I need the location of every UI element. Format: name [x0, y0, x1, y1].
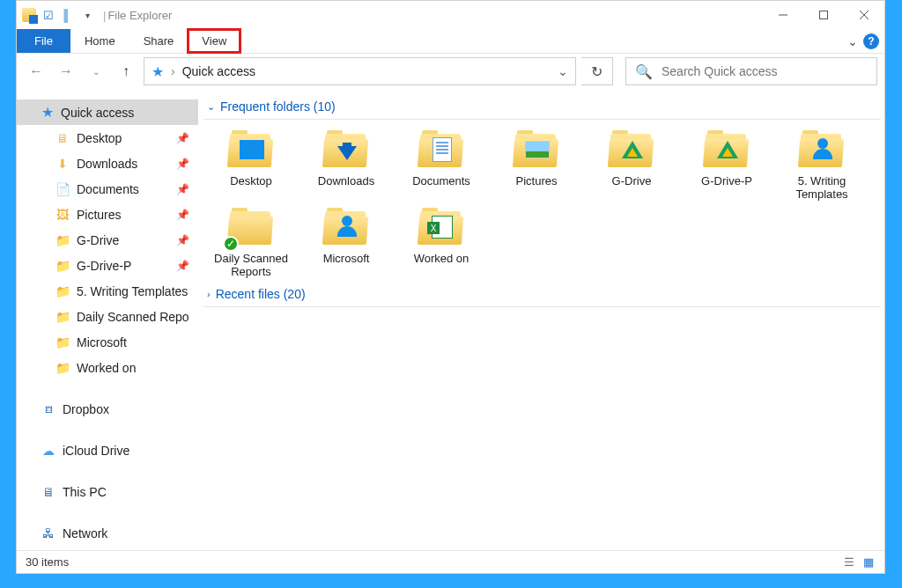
details-view-button[interactable]: ☰ — [842, 555, 856, 570]
folder-label: Downloads — [318, 174, 374, 187]
section-label: Recent files (20) — [216, 287, 306, 301]
sidebar-item-quick-access[interactable]: ★ Quick access — [17, 99, 198, 125]
folder-5-writing-templates[interactable]: 5. Writing Templates — [785, 130, 859, 201]
folder-label: G-Drive — [612, 174, 652, 187]
chevron-right-icon: › — [207, 289, 211, 299]
sidebar-item-dropbox[interactable]: ⧈ Dropbox — [17, 396, 198, 422]
sidebar-item-microsoft[interactable]: 📁 Microsoft — [17, 329, 198, 355]
sidebar-item-daily-scanned-repo[interactable]: 📁 Daily Scanned Repo — [17, 304, 198, 329]
check-badge-icon: ✓ — [223, 236, 239, 252]
sidebar-item-label: Worked on — [77, 361, 136, 375]
sidebar-item-label: Downloads — [77, 157, 137, 171]
sidebar-item-label: Documents — [77, 182, 139, 196]
qat-dropdown-icon[interactable]: ▾ — [80, 8, 94, 22]
sidebar-item-icloud[interactable]: ☁ iCloud Drive — [17, 437, 198, 463]
sidebar-item-label: Network — [63, 526, 107, 540]
sidebar-item-5-writing-templates[interactable]: 📁 5. Writing Templates — [17, 278, 198, 304]
folder-label: Documents — [412, 174, 470, 187]
sidebar-item-label: Microsoft — [77, 335, 127, 349]
folder-icon — [417, 208, 466, 248]
folder-icon: 📁 — [55, 361, 70, 375]
sidebar-item-g-drive[interactable]: 📁 G-Drive 📌 — [17, 227, 198, 253]
tab-share[interactable]: Share — [129, 29, 189, 53]
sidebar-item-label: This PC — [63, 485, 107, 499]
search-box[interactable]: 🔍 — [625, 57, 877, 85]
navigation-pane: ★ Quick access 🖥 Desktop 📌 ⬇ Downloads 📌… — [17, 89, 198, 550]
navbar: ← → ⌄ ↑ ★ › Quick access ⌄ ↻ 🔍 — [17, 54, 884, 89]
sidebar-item-network[interactable]: 🖧 Network — [17, 520, 198, 546]
folder-downloads[interactable]: Downloads — [309, 130, 383, 201]
minimize-button[interactable] — [763, 1, 803, 29]
content-pane: ⌄ Frequent folders (10) Desktop Download… — [198, 89, 884, 550]
folder-label: Pictures — [516, 174, 558, 187]
sidebar-item-label: Pictures — [77, 208, 122, 222]
tab-home[interactable]: Home — [70, 29, 129, 53]
folder-label: Daily Scanned Reports — [214, 252, 288, 278]
folder-label: G-Drive-P — [701, 174, 752, 187]
pin-icon: 📌 — [176, 183, 189, 195]
sidebar-item-desktop[interactable]: 🖥 Desktop 📌 — [17, 125, 198, 151]
up-button[interactable]: ↑ — [114, 59, 138, 84]
address-location: Quick access — [182, 64, 255, 78]
qat-newfolder-icon[interactable]: ▌ — [61, 8, 75, 22]
folder-icon: ✓ — [226, 208, 276, 248]
folder-pictures[interactable]: Pictures — [499, 130, 573, 201]
ribbon-collapse-icon[interactable]: ⌄ — [847, 34, 858, 48]
dropbox-icon: ⧈ — [41, 402, 55, 416]
recent-locations-button[interactable]: ⌄ — [84, 59, 108, 84]
tab-file[interactable]: File — [17, 29, 70, 53]
folder-icon — [322, 208, 371, 248]
search-icon: 🔍 — [635, 63, 653, 80]
refresh-button[interactable]: ↻ — [581, 57, 613, 85]
sidebar-item-worked-on[interactable]: 📁 Worked on — [17, 355, 198, 380]
folder-documents[interactable]: Documents — [404, 130, 478, 201]
address-dropdown-icon[interactable]: ⌄ — [558, 64, 568, 78]
help-icon[interactable]: ? — [863, 33, 879, 49]
sidebar-item-g-drive-p[interactable]: 📁 G-Drive-P 📌 — [17, 253, 198, 278]
status-bar: 30 items ☰ ▦ — [17, 550, 884, 573]
sidebar-item-this-pc[interactable]: 🖥 This PC — [17, 479, 198, 504]
back-button[interactable]: ← — [24, 59, 48, 84]
folder-desktop[interactable]: Desktop — [214, 130, 288, 201]
sidebar-item-downloads[interactable]: ⬇ Downloads 📌 — [17, 151, 198, 176]
sidebar-item-pictures[interactable]: 🖼 Pictures 📌 — [17, 202, 198, 227]
forward-button[interactable]: → — [54, 59, 78, 84]
address-bar[interactable]: ★ › Quick access ⌄ — [144, 57, 576, 85]
section-label: Frequent folders (10) — [220, 99, 336, 114]
folder-g-drive[interactable]: G-Drive — [595, 130, 669, 201]
folder-g-drive-p[interactable]: G-Drive-P — [690, 130, 764, 201]
maximize-button[interactable] — [803, 1, 844, 29]
qat-properties-icon[interactable]: ☑ — [41, 8, 55, 22]
folder-worked-on[interactable]: Worked on — [404, 208, 478, 278]
app-icon — [22, 8, 36, 22]
section-frequent-folders[interactable]: ⌄ Frequent folders (10) — [203, 96, 884, 117]
downloads-icon: ⬇ — [55, 157, 70, 171]
divider — [203, 306, 881, 307]
titlebar: ☑ ▌ ▾ | File Explorer — [17, 1, 884, 29]
pin-icon: 📌 — [176, 234, 189, 246]
folder-icon: 📁 — [55, 233, 70, 247]
tab-view[interactable]: View — [188, 29, 240, 53]
chevron-down-icon: ⌄ — [207, 101, 215, 113]
folder-microsoft[interactable]: Microsoft — [309, 208, 383, 278]
section-recent-files[interactable]: › Recent files (20) — [203, 283, 884, 305]
folder-label: Worked on — [414, 252, 469, 265]
folder-daily-scanned-reports[interactable]: ✓ Daily Scanned Reports — [214, 208, 288, 278]
folder-icon — [797, 130, 847, 171]
this-pc-icon: 🖥 — [41, 485, 55, 499]
folder-icon — [512, 130, 561, 171]
star-icon: ★ — [41, 104, 54, 121]
sidebar-item-documents[interactable]: 📄 Documents 📌 — [17, 176, 198, 202]
body: ★ Quick access 🖥 Desktop 📌 ⬇ Downloads 📌… — [17, 89, 884, 550]
large-icons-view-button[interactable]: ▦ — [861, 555, 876, 570]
folder-icon — [702, 130, 751, 171]
search-input[interactable] — [662, 64, 868, 78]
close-button[interactable] — [844, 1, 884, 29]
sidebar-item-label: Quick access — [61, 106, 134, 120]
sidebar-item-label: Daily Scanned Repo — [77, 310, 189, 324]
folder-label: Microsoft — [323, 252, 370, 265]
folder-icon — [417, 130, 466, 171]
quick-access-icon: ★ — [152, 63, 164, 80]
folder-grid: Desktop Downloads Documents Pictures — [203, 120, 884, 283]
folder-icon: 📁 — [55, 310, 70, 324]
